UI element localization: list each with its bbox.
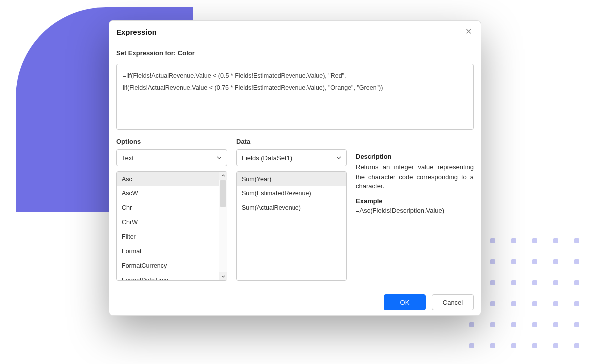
- data-list-item[interactable]: Sum(Year): [237, 172, 346, 186]
- data-column: Data Fields (DataSet1) Sum(Year)Sum(Esti…: [236, 138, 347, 289]
- data-select-value: Fields (DataSet1): [242, 154, 292, 162]
- close-icon: ✕: [465, 27, 472, 36]
- chevron-down-icon: [336, 155, 341, 160]
- scrollbar-thumb[interactable]: [220, 180, 226, 207]
- description-label: Description: [356, 153, 474, 160]
- ok-button[interactable]: OK: [384, 294, 426, 310]
- options-label: Options: [116, 138, 227, 145]
- data-listbox: Sum(Year)Sum(EstimatedRevenue)Sum(Actual…: [236, 171, 347, 281]
- options-scrollbar[interactable]: [219, 172, 227, 280]
- example-label: Example: [356, 197, 474, 205]
- chevron-down-icon: [221, 274, 225, 278]
- options-list-item[interactable]: FormatCurrency: [117, 258, 219, 273]
- scroll-up-button[interactable]: [219, 172, 227, 180]
- description-text: Returns an integer value representing th…: [356, 162, 474, 191]
- data-label: Data: [236, 138, 347, 145]
- options-select-value: Text: [122, 154, 134, 162]
- data-list-item[interactable]: Sum(EstimatedRevenue): [237, 186, 346, 200]
- options-list-item[interactable]: Chr: [117, 200, 219, 215]
- subtitle: Set Expression for: Color: [116, 49, 474, 57]
- options-list-item[interactable]: Asc: [117, 172, 219, 186]
- expression-textarea[interactable]: [116, 64, 474, 130]
- cancel-button[interactable]: Cancel: [432, 294, 474, 310]
- options-list-item[interactable]: Format: [117, 244, 219, 258]
- example-text: =Asc(Fields!Description.Value): [356, 207, 474, 214]
- options-listbox: AscAscWChrChrWFilterFormatFormatCurrency…: [116, 171, 227, 281]
- options-list-item[interactable]: Filter: [117, 229, 219, 244]
- data-list-item[interactable]: Sum(ActualRevenue): [237, 200, 346, 215]
- options-list-item[interactable]: FormatDateTime: [117, 273, 219, 280]
- decorative-dots-pattern: [469, 238, 579, 348]
- dialog-body: Set Expression for: Color Options Text A…: [109, 42, 481, 289]
- options-select[interactable]: Text: [116, 149, 227, 166]
- dialog-title: Expression: [116, 28, 157, 36]
- options-list-item[interactable]: AscW: [117, 186, 219, 200]
- dialog-footer: OK Cancel: [109, 289, 481, 315]
- chevron-up-icon: [221, 174, 225, 178]
- scroll-down-button[interactable]: [219, 272, 227, 280]
- close-button[interactable]: ✕: [463, 27, 474, 37]
- dialog-header: Expression ✕: [109, 21, 481, 42]
- expression-dialog: Expression ✕ Set Expression for: Color O…: [109, 20, 481, 316]
- chevron-down-icon: [217, 155, 222, 160]
- options-column: Options Text AscAscWChrChrWFilterFormatF…: [116, 138, 227, 289]
- data-select[interactable]: Fields (DataSet1): [236, 149, 347, 166]
- info-column: Description Returns an integer value rep…: [356, 153, 474, 289]
- scrollbar-track[interactable]: [219, 180, 227, 272]
- options-list-item[interactable]: ChrW: [117, 215, 219, 229]
